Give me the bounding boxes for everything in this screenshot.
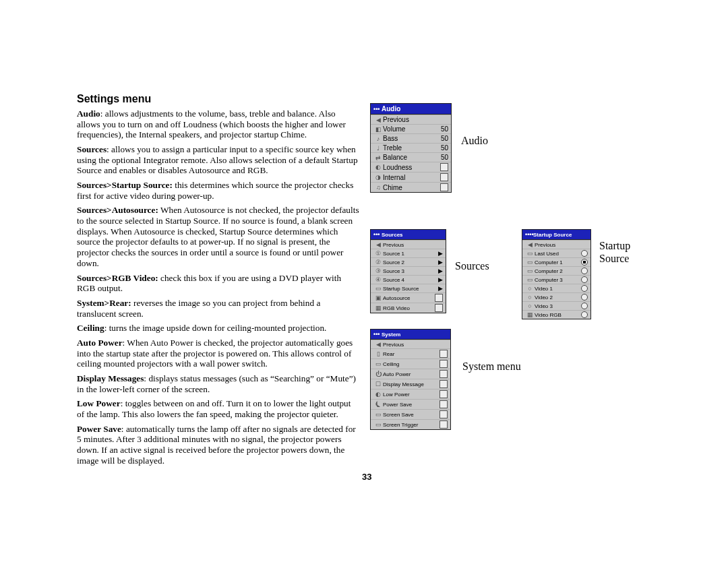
- paragraph: Audio: allows adjustments to the volume,…: [77, 108, 360, 140]
- row-icon: ▭: [525, 276, 535, 283]
- row-icon: ♪: [373, 135, 383, 142]
- row-icon: ③: [373, 268, 383, 274]
- row-icon: ◀: [373, 241, 383, 248]
- startup-source-menu: ••••Startup Source◀Previous▭Last Used▭Co…: [522, 229, 591, 319]
- row-icon: ▣: [373, 294, 383, 301]
- audio-menu: •••Audio◀Previous◧Volume50♪Bass50♩Treble…: [370, 103, 452, 193]
- menu-row: ☐Display Message: [371, 379, 450, 389]
- paragraph: Low Power: toggles between on and off. T…: [77, 398, 360, 419]
- menu-row: ③Source 3▶: [371, 266, 446, 275]
- paragraph: Sources: allows you to assign a particul…: [77, 144, 360, 176]
- row-icon: ○: [525, 285, 535, 292]
- page-number: 33: [362, 472, 371, 482]
- row-icon: ○: [525, 294, 535, 301]
- row-icon: ♫: [373, 184, 383, 191]
- row-icon: ②: [373, 259, 383, 266]
- caption-audio: Audio: [461, 135, 488, 147]
- row-icon: ◀: [373, 117, 383, 123]
- menu-row: ④Source 4▶: [371, 275, 446, 284]
- menu-row: ▯Rear: [371, 348, 450, 358]
- row-icon: ▯: [373, 350, 383, 357]
- row-icon: ▭: [373, 361, 383, 367]
- row-icon: ▦: [373, 305, 383, 311]
- row-icon: ♩: [373, 145, 383, 152]
- menu-row: ♩Treble50: [371, 143, 451, 152]
- sources-menu: •••Sources◀Previous①Source 1▶②Source 2▶③…: [370, 229, 446, 313]
- menu-row: ⏻Auto Power: [371, 369, 450, 379]
- paragraph: System>Rear: reverses the image so you c…: [77, 298, 360, 319]
- menu-row: ▭Computer 1: [522, 257, 590, 266]
- menu-row: ◀Previous: [522, 240, 590, 249]
- row-icon: ▭: [525, 259, 535, 266]
- menu-row: ▭Computer 3: [522, 275, 590, 284]
- row-icon: ⏾: [373, 401, 383, 408]
- paragraph: Ceiling: turns the image upside down for…: [77, 323, 360, 334]
- paragraph: Sources>RGB Video: check this box if you…: [77, 273, 360, 294]
- menu-row: ▭Last Used: [522, 249, 590, 257]
- menu-row: ♫Chime: [371, 182, 451, 192]
- menu-row: ▭Computer 2: [522, 266, 590, 275]
- row-icon: ▭: [525, 268, 535, 274]
- menu-row: ②Source 2▶: [371, 257, 446, 266]
- menu-row: ⏾Power Save: [371, 399, 450, 409]
- row-icon: ▭: [525, 250, 535, 257]
- paragraph: Power Save: automatically turns the lamp…: [77, 424, 360, 466]
- paragraph: Sources>Startup Source: this determines …: [77, 180, 360, 201]
- row-icon: ○: [525, 303, 535, 309]
- row-icon: ◐: [373, 164, 383, 170]
- row-icon: ⇄: [373, 154, 383, 161]
- row-icon: ▭: [373, 421, 383, 428]
- row-icon: ◧: [373, 126, 383, 133]
- row-icon: ◐: [373, 391, 383, 398]
- menu-row: ▦Video RGB: [522, 310, 590, 319]
- menu-row: ◧Volume50: [371, 124, 451, 133]
- menu-row: ○Video 2: [522, 292, 590, 301]
- menu-row: ◀Previous: [371, 115, 451, 124]
- row-icon: ◑: [373, 174, 383, 181]
- caption-sources: Sources: [455, 260, 489, 272]
- row-icon: ◀: [373, 341, 383, 348]
- menu-row: ▭Screen Trigger: [371, 419, 450, 429]
- menu-row: ◀Previous: [371, 240, 446, 249]
- caption-startup: Startup Source: [599, 239, 633, 265]
- caption-system: System menu: [462, 361, 521, 373]
- menu-row: ○Video 3: [522, 301, 590, 310]
- page-heading: Settings menu: [77, 93, 360, 106]
- row-icon: ▭: [373, 285, 383, 292]
- menu-row: ①Source 1▶: [371, 249, 446, 257]
- row-icon: ①: [373, 250, 383, 257]
- menu-row: ○Video 1: [522, 284, 590, 292]
- menu-row: ▦RGB Video: [371, 303, 446, 313]
- paragraph: Sources>Autosource: When Autosource is n…: [77, 205, 360, 268]
- row-icon: ④: [373, 276, 383, 283]
- menu-row: ◐Loudness: [371, 162, 451, 172]
- paragraph: Display Messages: displays status messag…: [77, 373, 360, 394]
- row-icon: ⏻: [373, 371, 383, 377]
- menu-row: ▭Startup Source▶: [371, 284, 446, 292]
- paragraph: Auto Power: When Auto Power is checked, …: [77, 338, 360, 369]
- menu-row: ⇄Balance50: [371, 152, 451, 162]
- row-icon: ▦: [525, 311, 535, 318]
- menu-row: ♪Bass50: [371, 133, 451, 143]
- menu-row: ▣Autosource: [371, 292, 446, 303]
- menu-row: ◐Low Power: [371, 389, 450, 399]
- system-menu: •••System◀Previous▯Rear▭Ceiling⏻Auto Pow…: [370, 329, 451, 430]
- body-text: Settings menu Audio: allows adjustments …: [77, 93, 360, 470]
- menu-row: ◀Previous: [371, 340, 450, 348]
- row-icon: ▭: [373, 411, 383, 418]
- menu-row: ◑Internal: [371, 172, 451, 182]
- menu-row: ▭Screen Save: [371, 409, 450, 419]
- menu-row: ▭Ceiling: [371, 358, 450, 369]
- row-icon: ◀: [525, 241, 535, 248]
- row-icon: ☐: [373, 381, 383, 387]
